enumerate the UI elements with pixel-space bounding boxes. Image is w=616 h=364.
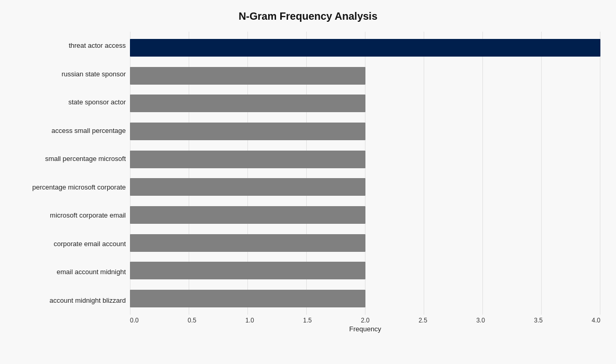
chart-title: N-Gram Frequency Analysis [239,10,377,22]
x-axis: 0.00.51.01.52.02.53.03.54.0 Frequency [0,317,616,333]
bar [130,95,365,112]
bar [130,206,365,224]
y-axis-labels: threat actor accessrussian state sponsor… [0,32,130,315]
bar-row [130,38,600,58]
bar [130,39,600,57]
y-label: microsoft corporate email [50,202,126,229]
bar-row [130,66,600,86]
y-label: russian state sponsor [61,61,126,88]
y-label: corporate email account [54,231,126,258]
y-label: percentage microsoft corporate [32,174,126,201]
x-tick-label: 4.0 [592,317,600,324]
x-tick-label: 3.0 [476,317,485,324]
bar [130,234,365,252]
y-label: access small percentage [51,117,126,144]
bar [130,178,365,196]
bar-row [130,93,600,113]
bar-row [130,261,600,280]
chart-container: N-Gram Frequency Analysis threat actor a… [0,0,616,364]
x-tick-label: 1.5 [303,317,312,324]
x-tick-label: 1.0 [245,317,254,324]
bar [130,290,365,307]
bars-container [130,32,600,315]
x-tick-label: 2.5 [418,317,427,324]
x-axis-label: Frequency [130,325,600,333]
bar [130,123,365,140]
bar-row [130,289,600,308]
bar [130,151,365,168]
bar-row [130,150,600,169]
x-tick-label: 0.0 [130,317,139,324]
y-label: small percentage microsoft [45,145,126,172]
bar-row [130,177,600,197]
y-label: email account midnight [57,259,126,286]
x-ticks-row: 0.00.51.01.52.02.53.03.54.0 [130,317,600,324]
y-label: state sponsor actor [68,89,126,116]
bar-row [130,205,600,225]
bar-row [130,233,600,253]
y-label: account midnight blizzard [49,287,126,314]
y-label: threat actor access [69,32,126,59]
bar [130,67,365,85]
bar [130,262,365,279]
x-tick-label: 3.5 [534,317,543,324]
x-tick-label: 0.5 [188,317,196,324]
bar-row [130,122,600,141]
bars-area [130,32,600,315]
x-tick-label: 2.0 [361,317,370,324]
